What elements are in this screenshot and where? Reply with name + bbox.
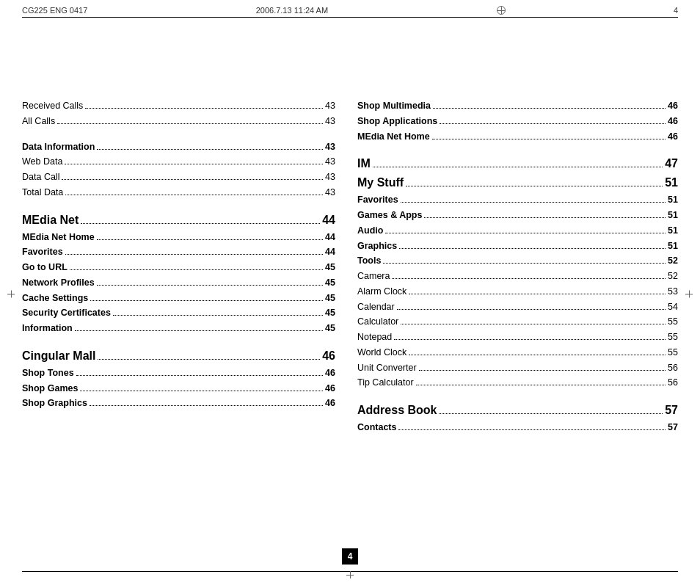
toc-dots [401, 202, 666, 203]
toc-label: MEdia Net [22, 211, 79, 229]
toc-dots [75, 330, 323, 331]
toc-entry-contacts: Contacts 57 [357, 421, 678, 435]
toc-dots [394, 339, 666, 340]
toc-page: 46 [668, 115, 678, 128]
toc-dots [113, 315, 323, 316]
toc-entry-media-net-home: MEdia Net Home 44 [22, 231, 335, 244]
toc-entry-information: Information 45 [22, 322, 335, 335]
toc-dots [57, 123, 323, 124]
toc-entry-calendar: Calendar 54 [357, 300, 678, 314]
toc-page: 52 [668, 254, 678, 268]
toc-page: 51 [668, 224, 678, 238]
toc-label: MEdia Net Home [357, 130, 430, 144]
toc-dots [97, 285, 323, 286]
toc-entry-unit-converter: Unit Converter 56 [357, 361, 678, 375]
toc-dots [399, 248, 666, 249]
toc-entry-data-information: Data Information 43 [22, 140, 335, 154]
toc-dots [397, 309, 666, 310]
toc-label: Shop Multimedia [357, 99, 431, 113]
toc-page: 47 [665, 155, 678, 173]
toc-entry-shop-applications: Shop Applications 46 [357, 115, 678, 128]
toc-page: 45 [325, 306, 335, 320]
toc-dots [385, 233, 666, 233]
toc-dots [409, 355, 666, 355]
side-mark-left [7, 288, 15, 300]
toc-page: 53 [668, 285, 678, 299]
toc-page: 43 [325, 186, 335, 200]
toc-entry-favorites-44: Favorites 44 [22, 245, 335, 259]
toc-dots [80, 391, 323, 391]
toc-label: Cache Settings [22, 291, 88, 305]
header-bar: CG225 ENG 0417 2006.7.13 11:24 AM 4 [22, 6, 678, 15]
toc-label: Network Profiles [22, 276, 95, 290]
toc-dots [98, 359, 320, 360]
toc-dots [433, 108, 666, 109]
toc-page: 51 [668, 193, 678, 207]
toc-entry-cingular-mall: Cingular Mall 46 [22, 347, 335, 365]
toc-label: Security Certificates [22, 306, 111, 320]
toc-page: 46 [668, 99, 678, 113]
side-mark-right [685, 288, 693, 300]
toc-page: 43 [325, 115, 335, 128]
toc-entry-total-data: Total Data 43 [22, 186, 335, 200]
toc-label: Contacts [357, 421, 396, 435]
toc-entry-shop-games: Shop Games 46 [22, 382, 335, 396]
toc-entry-media-net: MEdia Net 44 [22, 211, 335, 229]
toc-entry-camera: Camera 52 [357, 269, 678, 283]
toc-label: Notepad [357, 330, 392, 344]
content-area: Received Calls 43 All Calls 43 Data Info… [22, 26, 678, 562]
toc-dots [85, 108, 323, 109]
toc-label: Information [22, 322, 73, 335]
toc-label: Calculator [357, 315, 398, 329]
toc-entry-shop-tones: Shop Tones 46 [22, 366, 335, 380]
header-left: CG225 ENG 0417 [22, 6, 87, 15]
toc-section-address-book: Address Book 57 Contacts 57 [357, 402, 678, 435]
toc-entry-favorites-51: Favorites 51 [357, 193, 678, 207]
toc-page: 44 [325, 245, 335, 259]
toc-label: Shop Graphics [22, 396, 87, 410]
toc-label: All Calls [22, 115, 55, 128]
toc-label: Games & Apps [357, 208, 422, 222]
toc-label: IM [357, 155, 371, 173]
toc-dots [424, 217, 666, 218]
toc-label: Data Information [22, 140, 95, 154]
toc-label: Address Book [357, 402, 437, 419]
toc-dots [409, 294, 666, 294]
toc-entry-tools: Tools 52 [357, 254, 678, 268]
toc-page: 56 [668, 376, 678, 390]
toc-dots [416, 385, 666, 385]
toc-page: 45 [325, 322, 335, 335]
toc-page: 55 [668, 330, 678, 344]
toc-page: 46 [325, 382, 335, 396]
toc-dots [65, 164, 323, 164]
toc-entry-shop-multimedia: Shop Multimedia 46 [357, 99, 678, 113]
toc-section-cingular-mall: Cingular Mall 46 Shop Tones 46 Shop Game… [22, 347, 335, 410]
toc-label: Favorites [357, 193, 398, 207]
toc-label: MEdia Net Home [22, 231, 95, 244]
header-right: 4 [674, 6, 678, 15]
toc-entry-my-stuff: My Stuff 51 [357, 174, 678, 192]
toc-page: 45 [325, 291, 335, 305]
toc-page: 51 [665, 174, 678, 192]
toc-label: World Clock [357, 346, 406, 360]
toc-entry-address-book: Address Book 57 [357, 402, 678, 419]
toc-label: Data Call [22, 170, 59, 184]
toc-entry-shop-graphics: Shop Graphics 46 [22, 396, 335, 410]
toc-section-shop: Shop Multimedia 46 Shop Applications 46 … [357, 99, 678, 143]
header-center: 2006.7.13 11:24 AM [256, 6, 328, 15]
toc-entry-graphics: Graphics 51 [357, 239, 678, 253]
toc-entry-calculator: Calculator 55 [357, 315, 678, 329]
toc-dots [373, 167, 663, 167]
toc-section-calls: Received Calls 43 All Calls 43 [22, 99, 335, 128]
toc-label: Graphics [357, 239, 397, 253]
top-border-line [22, 17, 678, 18]
toc-label: Unit Converter [357, 361, 417, 375]
toc-page: 44 [322, 211, 335, 229]
toc-dots [65, 195, 323, 195]
toc-label: Total Data [22, 186, 63, 200]
toc-page: 44 [325, 231, 335, 244]
toc-dots [90, 300, 323, 301]
toc-dots [440, 123, 666, 124]
toc-label: Shop Tones [22, 366, 74, 380]
toc-page: 57 [665, 402, 678, 419]
